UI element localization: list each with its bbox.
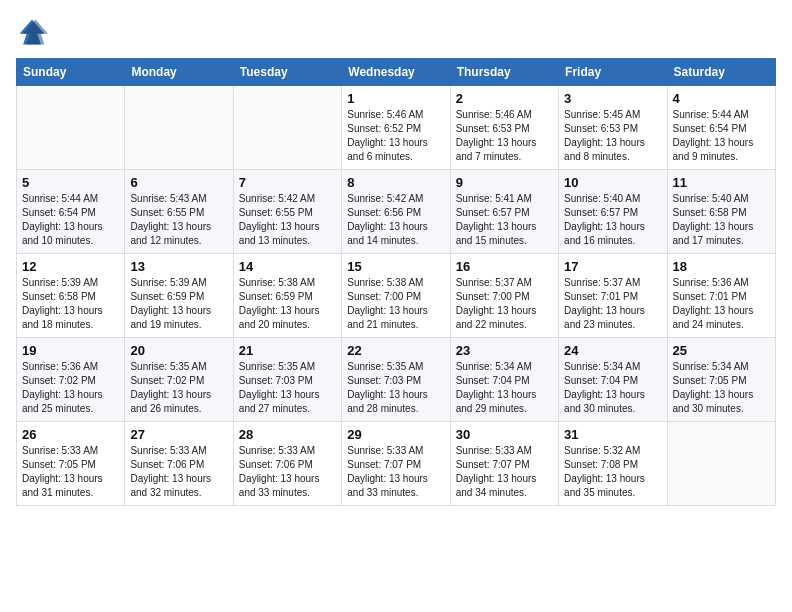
day-number: 3 <box>564 91 661 106</box>
day-info: Sunrise: 5:33 AMSunset: 7:05 PMDaylight:… <box>22 444 119 500</box>
day-info: Sunrise: 5:39 AMSunset: 6:59 PMDaylight:… <box>130 276 227 332</box>
day-cell: 24Sunrise: 5:34 AMSunset: 7:04 PMDayligh… <box>559 338 667 422</box>
calendar-body: 1Sunrise: 5:46 AMSunset: 6:52 PMDaylight… <box>17 86 776 506</box>
header-cell-wednesday: Wednesday <box>342 59 450 86</box>
day-info: Sunrise: 5:36 AMSunset: 7:01 PMDaylight:… <box>673 276 770 332</box>
day-info: Sunrise: 5:42 AMSunset: 6:56 PMDaylight:… <box>347 192 444 248</box>
day-info: Sunrise: 5:41 AMSunset: 6:57 PMDaylight:… <box>456 192 553 248</box>
day-info: Sunrise: 5:34 AMSunset: 7:04 PMDaylight:… <box>456 360 553 416</box>
day-number: 29 <box>347 427 444 442</box>
day-number: 13 <box>130 259 227 274</box>
day-cell: 17Sunrise: 5:37 AMSunset: 7:01 PMDayligh… <box>559 254 667 338</box>
day-info: Sunrise: 5:46 AMSunset: 6:52 PMDaylight:… <box>347 108 444 164</box>
day-info: Sunrise: 5:43 AMSunset: 6:55 PMDaylight:… <box>130 192 227 248</box>
day-number: 1 <box>347 91 444 106</box>
day-cell <box>667 422 775 506</box>
logo <box>16 16 52 48</box>
day-cell: 15Sunrise: 5:38 AMSunset: 7:00 PMDayligh… <box>342 254 450 338</box>
day-number: 19 <box>22 343 119 358</box>
day-number: 4 <box>673 91 770 106</box>
day-info: Sunrise: 5:40 AMSunset: 6:57 PMDaylight:… <box>564 192 661 248</box>
day-cell: 25Sunrise: 5:34 AMSunset: 7:05 PMDayligh… <box>667 338 775 422</box>
day-info: Sunrise: 5:32 AMSunset: 7:08 PMDaylight:… <box>564 444 661 500</box>
day-number: 22 <box>347 343 444 358</box>
day-number: 15 <box>347 259 444 274</box>
day-cell: 26Sunrise: 5:33 AMSunset: 7:05 PMDayligh… <box>17 422 125 506</box>
day-cell: 12Sunrise: 5:39 AMSunset: 6:58 PMDayligh… <box>17 254 125 338</box>
day-cell: 2Sunrise: 5:46 AMSunset: 6:53 PMDaylight… <box>450 86 558 170</box>
day-info: Sunrise: 5:40 AMSunset: 6:58 PMDaylight:… <box>673 192 770 248</box>
day-number: 28 <box>239 427 336 442</box>
header-cell-tuesday: Tuesday <box>233 59 341 86</box>
day-info: Sunrise: 5:42 AMSunset: 6:55 PMDaylight:… <box>239 192 336 248</box>
day-info: Sunrise: 5:36 AMSunset: 7:02 PMDaylight:… <box>22 360 119 416</box>
day-cell: 13Sunrise: 5:39 AMSunset: 6:59 PMDayligh… <box>125 254 233 338</box>
day-cell: 8Sunrise: 5:42 AMSunset: 6:56 PMDaylight… <box>342 170 450 254</box>
day-number: 26 <box>22 427 119 442</box>
day-cell: 5Sunrise: 5:44 AMSunset: 6:54 PMDaylight… <box>17 170 125 254</box>
day-info: Sunrise: 5:35 AMSunset: 7:03 PMDaylight:… <box>239 360 336 416</box>
header-cell-friday: Friday <box>559 59 667 86</box>
day-number: 12 <box>22 259 119 274</box>
day-cell: 18Sunrise: 5:36 AMSunset: 7:01 PMDayligh… <box>667 254 775 338</box>
day-cell: 29Sunrise: 5:33 AMSunset: 7:07 PMDayligh… <box>342 422 450 506</box>
day-info: Sunrise: 5:37 AMSunset: 7:00 PMDaylight:… <box>456 276 553 332</box>
day-cell: 21Sunrise: 5:35 AMSunset: 7:03 PMDayligh… <box>233 338 341 422</box>
day-number: 11 <box>673 175 770 190</box>
day-cell: 14Sunrise: 5:38 AMSunset: 6:59 PMDayligh… <box>233 254 341 338</box>
week-row-4: 19Sunrise: 5:36 AMSunset: 7:02 PMDayligh… <box>17 338 776 422</box>
day-cell: 9Sunrise: 5:41 AMSunset: 6:57 PMDaylight… <box>450 170 558 254</box>
day-info: Sunrise: 5:33 AMSunset: 7:06 PMDaylight:… <box>239 444 336 500</box>
day-info: Sunrise: 5:34 AMSunset: 7:05 PMDaylight:… <box>673 360 770 416</box>
page-header <box>16 16 776 48</box>
day-info: Sunrise: 5:44 AMSunset: 6:54 PMDaylight:… <box>673 108 770 164</box>
day-cell: 4Sunrise: 5:44 AMSunset: 6:54 PMDaylight… <box>667 86 775 170</box>
day-cell: 16Sunrise: 5:37 AMSunset: 7:00 PMDayligh… <box>450 254 558 338</box>
day-info: Sunrise: 5:35 AMSunset: 7:03 PMDaylight:… <box>347 360 444 416</box>
day-number: 18 <box>673 259 770 274</box>
header-cell-sunday: Sunday <box>17 59 125 86</box>
day-number: 6 <box>130 175 227 190</box>
day-number: 14 <box>239 259 336 274</box>
day-info: Sunrise: 5:37 AMSunset: 7:01 PMDaylight:… <box>564 276 661 332</box>
day-cell: 19Sunrise: 5:36 AMSunset: 7:02 PMDayligh… <box>17 338 125 422</box>
day-cell <box>125 86 233 170</box>
header-cell-thursday: Thursday <box>450 59 558 86</box>
week-row-1: 1Sunrise: 5:46 AMSunset: 6:52 PMDaylight… <box>17 86 776 170</box>
day-cell: 30Sunrise: 5:33 AMSunset: 7:07 PMDayligh… <box>450 422 558 506</box>
day-info: Sunrise: 5:33 AMSunset: 7:07 PMDaylight:… <box>347 444 444 500</box>
day-cell: 3Sunrise: 5:45 AMSunset: 6:53 PMDaylight… <box>559 86 667 170</box>
day-number: 30 <box>456 427 553 442</box>
day-number: 21 <box>239 343 336 358</box>
day-cell: 27Sunrise: 5:33 AMSunset: 7:06 PMDayligh… <box>125 422 233 506</box>
day-number: 23 <box>456 343 553 358</box>
day-number: 31 <box>564 427 661 442</box>
day-cell <box>17 86 125 170</box>
header-row: SundayMondayTuesdayWednesdayThursdayFrid… <box>17 59 776 86</box>
day-cell: 22Sunrise: 5:35 AMSunset: 7:03 PMDayligh… <box>342 338 450 422</box>
day-info: Sunrise: 5:35 AMSunset: 7:02 PMDaylight:… <box>130 360 227 416</box>
logo-icon <box>16 16 48 48</box>
day-cell: 31Sunrise: 5:32 AMSunset: 7:08 PMDayligh… <box>559 422 667 506</box>
day-info: Sunrise: 5:44 AMSunset: 6:54 PMDaylight:… <box>22 192 119 248</box>
week-row-3: 12Sunrise: 5:39 AMSunset: 6:58 PMDayligh… <box>17 254 776 338</box>
day-info: Sunrise: 5:45 AMSunset: 6:53 PMDaylight:… <box>564 108 661 164</box>
calendar-table: SundayMondayTuesdayWednesdayThursdayFrid… <box>16 58 776 506</box>
day-number: 27 <box>130 427 227 442</box>
day-info: Sunrise: 5:46 AMSunset: 6:53 PMDaylight:… <box>456 108 553 164</box>
day-cell: 7Sunrise: 5:42 AMSunset: 6:55 PMDaylight… <box>233 170 341 254</box>
day-info: Sunrise: 5:38 AMSunset: 6:59 PMDaylight:… <box>239 276 336 332</box>
day-cell: 10Sunrise: 5:40 AMSunset: 6:57 PMDayligh… <box>559 170 667 254</box>
day-cell: 1Sunrise: 5:46 AMSunset: 6:52 PMDaylight… <box>342 86 450 170</box>
day-cell: 11Sunrise: 5:40 AMSunset: 6:58 PMDayligh… <box>667 170 775 254</box>
week-row-5: 26Sunrise: 5:33 AMSunset: 7:05 PMDayligh… <box>17 422 776 506</box>
day-number: 7 <box>239 175 336 190</box>
day-info: Sunrise: 5:39 AMSunset: 6:58 PMDaylight:… <box>22 276 119 332</box>
week-row-2: 5Sunrise: 5:44 AMSunset: 6:54 PMDaylight… <box>17 170 776 254</box>
day-number: 2 <box>456 91 553 106</box>
day-info: Sunrise: 5:38 AMSunset: 7:00 PMDaylight:… <box>347 276 444 332</box>
day-number: 8 <box>347 175 444 190</box>
day-number: 20 <box>130 343 227 358</box>
day-number: 25 <box>673 343 770 358</box>
day-number: 24 <box>564 343 661 358</box>
